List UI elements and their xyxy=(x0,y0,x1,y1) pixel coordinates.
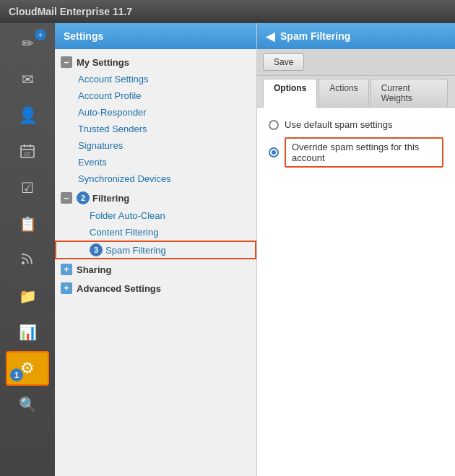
sharing-toggle-icon: + xyxy=(61,264,72,275)
contacts-btn[interactable]: 👤 xyxy=(6,98,49,133)
my-settings-header[interactable]: – My Settings xyxy=(55,53,256,71)
calendar-icon: 07 xyxy=(20,143,35,160)
calendar-btn[interactable]: 07 xyxy=(6,134,49,169)
tab-actions[interactable]: Actions xyxy=(318,79,368,107)
radio-item-override[interactable]: Override spam settings for this account xyxy=(269,137,443,168)
app-container: CloudMail Enterprise 11.7 ✏ + ✉ 👤 xyxy=(0,0,455,476)
advanced-settings-label: Advanced Settings xyxy=(77,283,161,294)
search-btn[interactable]: 🔍 xyxy=(6,387,49,422)
filtering-section: – 2 Filtering Folder Auto-Clean Content … xyxy=(55,189,256,259)
filtering-toggle-icon: – xyxy=(61,192,72,204)
content-area: Settings – My Settings Account Settings xyxy=(55,23,455,476)
tasks-icon: ☑ xyxy=(21,179,34,196)
tree-item-spam-filtering[interactable]: 3 Spam Filtering xyxy=(55,241,256,259)
tab-options[interactable]: Options xyxy=(263,79,317,108)
save-button[interactable]: Save xyxy=(263,53,304,71)
advanced-settings-header[interactable]: + Advanced Settings xyxy=(55,280,256,297)
mail-btn[interactable]: ✉ xyxy=(6,62,49,97)
reports-icon: 📊 xyxy=(19,324,37,341)
compose-btn[interactable]: ✏ + xyxy=(6,26,49,61)
tree-item-events[interactable]: Events xyxy=(55,154,256,170)
main-content: ◀ Spam Filtering Save Options Actions Cu… xyxy=(257,23,455,476)
settings-panel-header: Settings xyxy=(55,23,256,49)
filtering-header[interactable]: – 2 Filtering xyxy=(55,189,256,207)
feeds-icon xyxy=(20,251,35,270)
mail-icon: ✉ xyxy=(22,71,34,88)
settings-panel: Settings – My Settings Account Settings xyxy=(55,23,257,476)
contacts-icon: 👤 xyxy=(18,106,38,125)
svg-text:07: 07 xyxy=(25,152,30,157)
radio-override-circle xyxy=(269,147,279,157)
search-icon: 🔍 xyxy=(19,396,37,413)
svg-point-5 xyxy=(22,261,25,264)
radio-override-label: Override spam settings for this account xyxy=(292,142,419,163)
spam-filtering-badge: 3 xyxy=(90,243,103,256)
override-box: Override spam settings for this account xyxy=(285,137,443,168)
feeds-btn[interactable] xyxy=(6,243,49,277)
advanced-settings-section: + Advanced Settings xyxy=(55,280,256,297)
tree-item-content-filtering[interactable]: Content Filtering xyxy=(55,224,256,241)
main-panel-header: ◀ Spam Filtering xyxy=(257,23,455,49)
icon-sidebar: ✏ + ✉ 👤 07 xyxy=(0,23,55,476)
tree-item-trusted-senders[interactable]: Trusted Senders xyxy=(55,121,256,137)
sharing-section: + Sharing xyxy=(55,261,256,278)
tree-item-auto-responder[interactable]: Auto-Responder xyxy=(55,104,256,121)
sharing-header[interactable]: + Sharing xyxy=(55,261,256,278)
filtering-label: Filtering xyxy=(92,193,129,204)
compose-badge: + xyxy=(35,29,46,40)
tree-item-folder-auto-clean[interactable]: Folder Auto-Clean xyxy=(55,207,256,224)
tabs-bar: Options Actions Current Weights xyxy=(257,76,455,108)
notes-btn[interactable]: 📋 xyxy=(6,207,49,241)
main-toolbar: Save xyxy=(257,49,455,76)
compose-icon: ✏ xyxy=(22,35,34,52)
radio-default-label: Use default spam settings xyxy=(285,119,393,130)
settings-tree: – My Settings Account Settings Account P… xyxy=(55,49,256,301)
radio-default-circle xyxy=(269,120,279,130)
settings-num-badge: 1 xyxy=(10,368,23,381)
folders-btn[interactable]: 📁 xyxy=(6,279,49,313)
my-settings-label: My Settings xyxy=(77,57,129,68)
notes-icon: 📋 xyxy=(19,215,37,233)
my-settings-toggle-icon: – xyxy=(61,56,72,68)
advanced-settings-toggle-icon: + xyxy=(61,282,72,294)
radio-item-default[interactable]: Use default spam settings xyxy=(269,119,443,130)
main-panel-title: Spam Filtering xyxy=(280,30,350,42)
tasks-btn[interactable]: ☑ xyxy=(6,170,49,205)
title-bar: CloudMail Enterprise 11.7 xyxy=(0,0,455,23)
settings-btn[interactable]: ⚙ 1 xyxy=(6,351,49,386)
main-layout: ✏ + ✉ 👤 07 xyxy=(0,23,455,476)
folders-icon: 📁 xyxy=(19,287,37,305)
app-title: CloudMail Enterprise 11.7 xyxy=(9,6,132,17)
tree-item-account-profile[interactable]: Account Profile xyxy=(55,87,256,104)
spam-radio-group: Use default spam settings Override spam … xyxy=(269,119,443,168)
reports-btn[interactable]: 📊 xyxy=(6,315,49,350)
tab-current-weights[interactable]: Current Weights xyxy=(370,79,448,107)
tree-item-synchronized-devices[interactable]: Synchronized Devices xyxy=(55,170,256,187)
panel-body: Use default spam settings Override spam … xyxy=(257,108,455,476)
tree-item-account-settings[interactable]: Account Settings xyxy=(55,71,256,87)
panel-back-icon: ◀ xyxy=(266,30,274,43)
settings-header-label: Settings xyxy=(64,30,103,42)
tree-item-signatures[interactable]: Signatures xyxy=(55,137,256,154)
my-settings-section: – My Settings Account Settings Account P… xyxy=(55,53,256,187)
filtering-num-badge: 2 xyxy=(77,191,90,204)
sharing-label: Sharing xyxy=(77,264,111,275)
